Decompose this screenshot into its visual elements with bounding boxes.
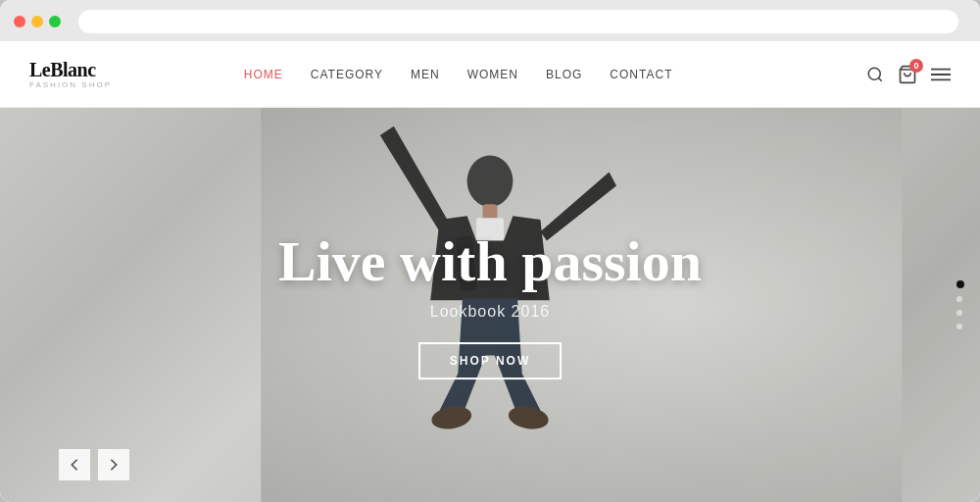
search-button[interactable] [866, 66, 884, 83]
nav-contact[interactable]: CONTACT [610, 68, 672, 81]
nav-blog[interactable]: BLOG [546, 68, 582, 81]
logo-sub: FASHION SHOP [29, 81, 147, 89]
hamburger-icon [931, 67, 951, 82]
shop-now-button[interactable]: SHOP NOW [418, 342, 562, 379]
nav-category[interactable]: CATEGORY [311, 68, 383, 81]
search-icon [866, 66, 884, 83]
logo[interactable]: LeBlanc FASHION SHOP [29, 60, 147, 89]
close-dot[interactable] [14, 16, 25, 27]
nav-home[interactable]: HOME [244, 68, 283, 81]
svg-point-0 [868, 68, 880, 79]
hero-title: Live with passion [278, 230, 702, 293]
hero-content: Live with passion Lookbook 2016 SHOP NOW [278, 230, 702, 379]
logo-name: LeBlanc [29, 60, 147, 79]
address-bar[interactable] [78, 10, 958, 33]
svg-point-7 [467, 156, 514, 207]
main-nav: HOME CATEGORY MEN WOMEN BLOG CONTACT [244, 68, 673, 81]
slider-dot-4[interactable] [956, 324, 962, 329]
hero-background: Live with passion Lookbook 2016 SHOP NOW [0, 108, 980, 502]
menu-button[interactable] [931, 67, 951, 82]
website-container: LeBlanc FASHION SHOP HOME CATEGORY MEN W… [0, 41, 980, 502]
nav-women[interactable]: WOMEN [467, 68, 518, 81]
nav-men[interactable]: MEN [411, 68, 440, 81]
slider-prev-button[interactable] [59, 449, 90, 480]
slider-dots [956, 280, 964, 329]
hero-section: Live with passion Lookbook 2016 SHOP NOW [0, 108, 980, 502]
slider-dot-3[interactable] [956, 310, 962, 316]
site-header: LeBlanc FASHION SHOP HOME CATEGORY MEN W… [0, 41, 980, 108]
chevron-left-icon [70, 458, 79, 472]
browser-window: LeBlanc FASHION SHOP HOME CATEGORY MEN W… [0, 0, 980, 502]
slider-dot-1[interactable] [956, 280, 964, 288]
browser-dots [14, 16, 61, 27]
minimize-dot[interactable] [31, 16, 43, 27]
svg-line-1 [878, 77, 881, 80]
slider-next-button[interactable] [98, 449, 129, 480]
cart-badge: 0 [909, 59, 923, 73]
browser-chrome [0, 0, 980, 41]
hero-subtitle: Lookbook 2016 [278, 303, 702, 321]
cart-button[interactable]: 0 [898, 65, 917, 84]
slider-dot-2[interactable] [956, 296, 962, 302]
header-icons: 0 [866, 65, 951, 84]
chevron-right-icon [109, 458, 119, 472]
fullscreen-dot[interactable] [49, 16, 61, 27]
